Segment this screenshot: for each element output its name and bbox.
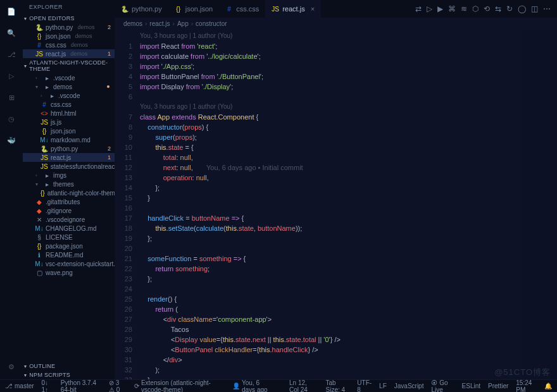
file-icon: {} bbox=[35, 32, 43, 40]
tree-item[interactable]: {}package.json bbox=[23, 242, 115, 250]
tree-item[interactable]: JSreact.js1 bbox=[23, 153, 115, 162]
status-problems[interactable]: ⊘ 3 ⚠ 0 bbox=[109, 379, 127, 393]
file-icon: JS bbox=[41, 162, 48, 170]
file-icon: M↓ bbox=[35, 260, 43, 267]
status-language[interactable]: JavaScript bbox=[394, 383, 424, 389]
file-icon: M↓ bbox=[35, 224, 43, 232]
tree-item[interactable]: #css.cssdemos bbox=[23, 40, 115, 49]
tab[interactable]: 🐍python.py bbox=[115, 0, 168, 18]
file-icon: {} bbox=[41, 189, 45, 197]
file-icon: <> bbox=[41, 109, 48, 117]
editor-title-actions: ⇄ ▷ ▶ ⌘ ≋ ⬡ ⟲ ⇆ ↻ ◯ ◫ ⋯ bbox=[415, 4, 557, 13]
status-eol[interactable]: LF bbox=[379, 383, 387, 389]
compare-icon[interactable]: ⇄ bbox=[415, 4, 422, 13]
breadcrumb-item[interactable]: demos bbox=[123, 20, 142, 27]
refresh-icon[interactable]: ↻ bbox=[506, 4, 513, 13]
file-icon: ◆ bbox=[35, 207, 43, 214]
grid-icon[interactable]: ⌘ bbox=[448, 4, 456, 13]
tree-item[interactable]: {}atlantic-night-color-them… bbox=[23, 188, 115, 197]
status-eslint[interactable]: ESLint bbox=[462, 383, 480, 389]
tree-item[interactable]: ›▸.vscode bbox=[23, 91, 115, 100]
tree-item[interactable]: #css.css bbox=[23, 100, 115, 109]
file-icon: JS bbox=[41, 118, 48, 126]
status-prettier[interactable]: Prettier bbox=[488, 383, 508, 389]
tree-item[interactable]: 🐍python.py2 bbox=[23, 144, 115, 153]
layers-icon[interactable]: ≋ bbox=[461, 4, 467, 13]
status-bell-icon[interactable]: 🔔 bbox=[544, 383, 552, 389]
status-sync[interactable]: 0↓ 1↑ bbox=[42, 379, 53, 393]
file-icon: ▸ bbox=[43, 83, 51, 90]
tab[interactable]: JSreact.js× bbox=[265, 0, 321, 18]
tree-item[interactable]: ▾▸demos bbox=[23, 82, 115, 91]
status-clock: 15:24 PM bbox=[516, 379, 537, 393]
file-icon: # bbox=[35, 41, 43, 49]
file-icon: ▢ bbox=[35, 269, 43, 276]
minimap[interactable] bbox=[522, 30, 557, 379]
tree-item[interactable]: ▢wave.png bbox=[23, 268, 115, 277]
tree-item[interactable]: ℹREADME.md bbox=[23, 250, 115, 259]
tree-item[interactable]: JSreact.jsdemos1 bbox=[23, 49, 115, 58]
outline-header[interactable]: OUTLINE bbox=[23, 362, 115, 371]
file-icon: {} bbox=[175, 5, 182, 13]
file-icon: {} bbox=[35, 242, 43, 250]
activity-bar: 📄 🔍 ⎇ ▷ ⊞ ◷ 🐳 ⚙ bbox=[0, 0, 23, 379]
tree-item[interactable]: ◆.gitignore bbox=[23, 206, 115, 215]
tree-item[interactable]: ›▸imgs bbox=[23, 171, 115, 180]
gear-icon[interactable]: ⚙ bbox=[5, 360, 18, 373]
code-editor[interactable]: You, 3 hours ago | 1 author (You)import … bbox=[140, 30, 557, 379]
status-blame[interactable]: 👤 You, 6 days ago bbox=[232, 379, 274, 393]
run2-icon[interactable]: ▶ bbox=[437, 4, 443, 13]
docker-icon[interactable]: 🐳 bbox=[5, 134, 18, 147]
status-position[interactable]: Ln 12, Col 24 bbox=[289, 379, 318, 393]
status-golive[interactable]: ⦿ Go Live bbox=[431, 379, 454, 393]
file-icon: # bbox=[41, 101, 48, 108]
tab[interactable]: #css.css bbox=[219, 0, 265, 18]
tree-item[interactable]: {}json.json bbox=[23, 126, 115, 135]
tab[interactable]: {}json.json bbox=[168, 0, 219, 18]
link-icon[interactable]: ⟲ bbox=[484, 4, 490, 13]
breadcrumb-item[interactable]: react.js bbox=[149, 20, 170, 27]
circle-icon[interactable]: ◯ bbox=[518, 4, 526, 13]
breadcrumb-item[interactable]: App bbox=[177, 20, 189, 27]
file-icon: ◆ bbox=[35, 198, 43, 205]
status-python[interactable]: Python 3.7.4 64-bit bbox=[61, 379, 101, 393]
tree-item[interactable]: ›▸.vscode bbox=[23, 73, 115, 82]
remote-icon[interactable]: ◷ bbox=[5, 113, 18, 125]
status-extension[interactable]: ⟳ Extension (atlantic-night-vscode-theme… bbox=[134, 379, 225, 393]
tree-item[interactable]: JSstatelessfunctionalreact.js bbox=[23, 162, 115, 171]
tree-item[interactable]: JSjs.js bbox=[23, 118, 115, 126]
tree-item[interactable]: M↓markdown.md bbox=[23, 135, 115, 144]
status-encoding[interactable]: UTF-8 bbox=[357, 379, 372, 393]
breadcrumbs[interactable]: demos›react.js›App›constructor bbox=[115, 18, 557, 30]
tree-item[interactable]: M↓CHANGELOG.md bbox=[23, 224, 115, 233]
open-editors-header[interactable]: OPEN EDITORS bbox=[23, 14, 115, 23]
diff-icon[interactable]: ⇆ bbox=[495, 4, 501, 13]
search-icon[interactable]: 🔍 bbox=[5, 27, 18, 39]
tree-item[interactable]: ✕.vscodeignore bbox=[23, 215, 115, 224]
extensions-icon[interactable]: ⊞ bbox=[5, 91, 18, 104]
scm-icon[interactable]: ⎇ bbox=[5, 48, 18, 61]
tree-item[interactable]: {}json.jsondemos bbox=[23, 32, 115, 40]
tree-item[interactable]: §LICENSE bbox=[23, 233, 115, 242]
tree-item[interactable]: M↓vsc-extension-quickstart.md bbox=[23, 259, 115, 268]
more-icon[interactable]: ⋯ bbox=[543, 4, 551, 13]
tree-item[interactable]: <>html.html bbox=[23, 109, 115, 118]
tree-item[interactable]: ◆.gitattributes bbox=[23, 197, 115, 206]
box-icon[interactable]: ⬡ bbox=[472, 4, 479, 13]
run-icon[interactable]: ▷ bbox=[427, 4, 432, 13]
npm-scripts-header[interactable]: NPM SCRIPTS bbox=[23, 371, 115, 379]
status-branch[interactable]: ⎇ master bbox=[5, 383, 34, 389]
sidebar-title: EXPLORER bbox=[23, 0, 115, 14]
explorer-icon[interactable]: 📄 bbox=[5, 5, 18, 18]
debug-icon[interactable]: ▷ bbox=[5, 70, 18, 82]
file-icon: # bbox=[225, 5, 233, 13]
split-icon[interactable]: ◫ bbox=[531, 4, 538, 13]
file-icon: ℹ bbox=[35, 251, 43, 259]
status-tabsize[interactable]: Tab Size: 4 bbox=[325, 379, 349, 393]
breadcrumb-item[interactable]: constructor bbox=[196, 20, 227, 27]
project-header[interactable]: ATLANTIC-NIGHT-VSCODE-THEME bbox=[23, 58, 115, 73]
file-icon: 🐍 bbox=[35, 23, 43, 31]
close-icon[interactable]: × bbox=[311, 5, 315, 13]
tree-item[interactable]: 🐍python.pydemos2 bbox=[23, 23, 115, 32]
tree-item[interactable]: ▾▸themes bbox=[23, 180, 115, 188]
